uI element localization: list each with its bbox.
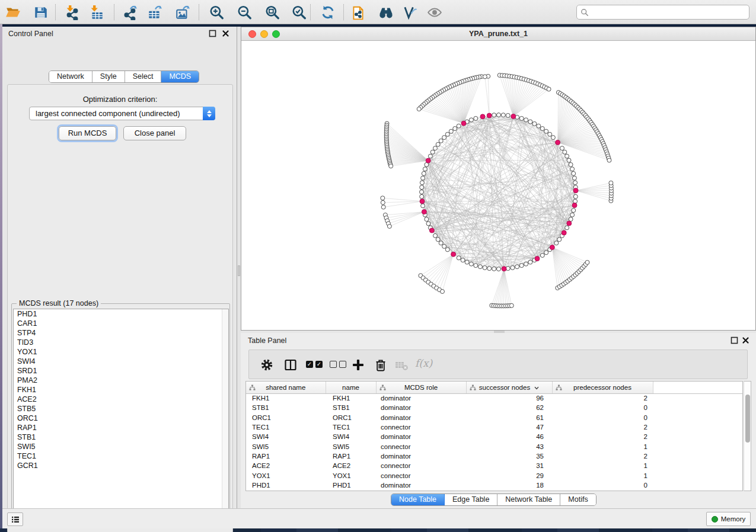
network-canvas[interactable] (241, 41, 755, 330)
graph-node[interactable] (524, 118, 528, 122)
add-row-icon[interactable] (351, 358, 365, 372)
graph-node[interactable] (469, 118, 473, 122)
column-header-MCDS-role[interactable]: MCDS role (376, 382, 466, 393)
graph-leaf-node[interactable] (387, 225, 391, 229)
select-all-icon[interactable]: ✓✓ (306, 361, 323, 368)
graph-node[interactable] (465, 260, 469, 264)
graph-node[interactable] (420, 181, 424, 185)
mcds-list-scrollbar[interactable] (222, 309, 228, 523)
graph-node[interactable] (425, 217, 429, 222)
graph-mcds-node[interactable] (502, 267, 506, 271)
graph-node[interactable] (554, 241, 559, 245)
graph-mcds-node[interactable] (451, 252, 456, 257)
graph-leaf-node[interactable] (609, 181, 613, 185)
table-row[interactable]: FKH1FKH1dominator962 (246, 393, 742, 403)
graph-node[interactable] (421, 176, 425, 180)
graph-leaf-node[interactable] (389, 164, 393, 168)
table-row[interactable]: SWI5SWI5connector431 (246, 441, 742, 451)
open-file-icon[interactable] (5, 5, 21, 20)
table-row[interactable]: RAP1RAP1dominator352 (246, 451, 742, 461)
column-header-predecessor-nodes[interactable]: predecessor nodes (552, 382, 653, 393)
graph-mcds-node[interactable] (461, 121, 466, 126)
graph-mcds-node[interactable] (480, 114, 485, 119)
graph-node[interactable] (501, 113, 505, 117)
graph-node[interactable] (572, 209, 576, 213)
tab-style[interactable]: Style (92, 71, 125, 82)
task-history-button[interactable] (7, 512, 23, 526)
graph-node[interactable] (567, 158, 571, 162)
graph-node[interactable] (420, 185, 424, 190)
mcds-result-item[interactable]: STB1 (14, 432, 228, 442)
table-scrollbar-thumb[interactable] (745, 395, 750, 443)
tab-network[interactable]: Network (49, 71, 92, 82)
graph-mcds-node[interactable] (487, 113, 492, 118)
float-table-panel-icon[interactable] (731, 336, 738, 344)
graph-leaf-node[interactable] (381, 200, 385, 204)
import-network-icon[interactable] (65, 5, 80, 20)
graph-node[interactable] (528, 120, 532, 124)
refresh-view-icon[interactable] (320, 5, 336, 20)
graph-mcds-node[interactable] (511, 114, 516, 118)
graph-node[interactable] (445, 248, 449, 252)
graph-node[interactable] (573, 181, 578, 185)
graph-node[interactable] (565, 226, 569, 230)
graph-node[interactable] (445, 132, 449, 136)
column-header-name[interactable]: name (326, 382, 376, 393)
graph-node[interactable] (478, 265, 482, 269)
graph-mcds-node[interactable] (420, 199, 425, 204)
graph-node[interactable] (551, 136, 555, 140)
graph-node[interactable] (453, 127, 457, 131)
mcds-result-item[interactable]: TEC1 (14, 451, 228, 461)
export-table-icon[interactable] (147, 5, 162, 20)
style-tool-icon[interactable] (402, 5, 417, 20)
graph-node[interactable] (430, 150, 435, 154)
graph-leaf-node[interactable] (607, 158, 611, 162)
graph-leaf-node[interactable] (417, 107, 421, 111)
save-session-icon[interactable] (33, 5, 49, 20)
mcds-result-item[interactable]: STP4 (14, 328, 228, 338)
column-header-shared-name[interactable]: shared name (246, 382, 326, 393)
graph-node[interactable] (442, 136, 446, 140)
graph-mcds-node[interactable] (572, 203, 577, 208)
graph-node[interactable] (519, 116, 524, 120)
table-row[interactable]: YOX1YOX1connector291 (246, 470, 742, 480)
graph-mcds-node[interactable] (567, 221, 572, 226)
graph-node[interactable] (469, 262, 473, 266)
graph-node[interactable] (449, 129, 453, 133)
graph-node[interactable] (497, 267, 501, 271)
graph-node[interactable] (461, 258, 465, 262)
graph-node[interactable] (474, 264, 478, 268)
graph-node[interactable] (544, 251, 548, 255)
graph-node[interactable] (428, 154, 432, 158)
graph-node[interactable] (570, 167, 575, 171)
graph-node[interactable] (570, 213, 575, 217)
table-row[interactable]: TEC1TEC1connector472 (246, 422, 742, 432)
deselect-all-icon[interactable] (330, 361, 346, 368)
table-scrollbar[interactable] (744, 381, 751, 491)
graph-node[interactable] (487, 267, 492, 271)
eye-icon[interactable] (427, 5, 442, 20)
graph-leaf-node[interactable] (547, 87, 551, 91)
graph-leaf-node[interactable] (381, 205, 385, 209)
graph-mcds-node[interactable] (422, 210, 426, 214)
graph-leaf-node[interactable] (585, 260, 589, 264)
graph-node[interactable] (563, 150, 567, 154)
run-mcds-button[interactable]: Run MCDS (59, 126, 116, 140)
graph-node[interactable] (492, 113, 496, 117)
table-row[interactable]: PHD1PHD1dominator180 (246, 480, 742, 490)
graph-node[interactable] (433, 233, 438, 238)
table-tab-edge-table[interactable]: Edge Table (445, 494, 497, 505)
mcds-result-item[interactable]: SWI5 (14, 442, 228, 451)
zoom-in-icon[interactable] (209, 5, 224, 20)
graph-node[interactable] (524, 262, 528, 266)
export-network-icon[interactable] (123, 5, 138, 20)
close-panel-icon[interactable] (222, 30, 229, 37)
search-box[interactable] (576, 5, 749, 20)
graph-node[interactable] (436, 238, 440, 242)
mcds-result-item[interactable]: ORC1 (14, 414, 228, 423)
graph-node[interactable] (457, 256, 461, 260)
graph-node[interactable] (457, 124, 461, 128)
graph-node[interactable] (528, 260, 532, 264)
graph-node[interactable] (544, 129, 548, 133)
mcds-result-item[interactable]: PHD1 (14, 309, 228, 319)
